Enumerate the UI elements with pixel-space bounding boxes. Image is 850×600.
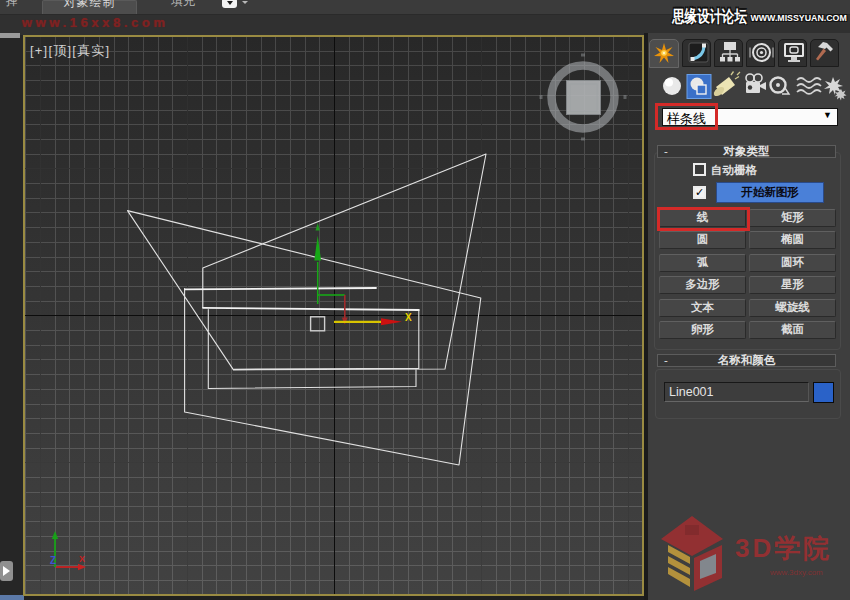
svg-text:[+][顶][真实]: [+][顶][真实] [30,43,110,58]
svg-text:Z: Z [50,555,56,566]
svg-text:3D学院: 3D学院 [735,533,832,563]
svg-text:www.3dxy.com: www.3dxy.com [769,568,823,577]
svg-text:X: X [79,554,85,564]
svg-text:X: X [405,312,412,323]
